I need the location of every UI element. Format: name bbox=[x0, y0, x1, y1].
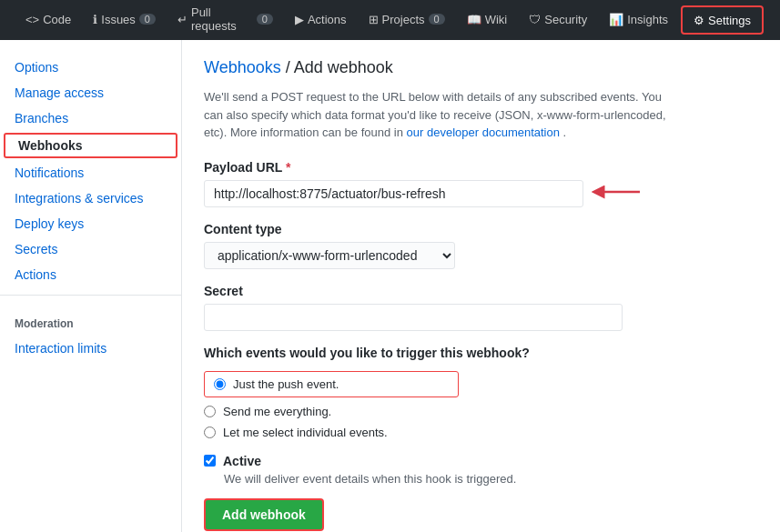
security-icon: 🛡 bbox=[529, 13, 541, 26]
pr-badge: 0 bbox=[257, 14, 273, 25]
arrow-indicator bbox=[591, 182, 641, 205]
insights-icon: 📊 bbox=[609, 13, 623, 26]
sidebar: Options Manage access Branches Webhooks … bbox=[0, 40, 182, 532]
events-heading: Which events would you like to trigger t… bbox=[204, 346, 758, 360]
required-indicator: * bbox=[286, 160, 290, 175]
projects-badge: 0 bbox=[429, 14, 445, 25]
main-container: Options Manage access Branches Webhooks … bbox=[0, 40, 780, 532]
url-input-wrapper bbox=[204, 180, 641, 207]
description: We'll send a POST request to the URL bel… bbox=[204, 88, 677, 142]
tab-pullrequests[interactable]: ↵ Pull requests 0 bbox=[167, 0, 284, 40]
tab-settings-label: Settings bbox=[708, 14, 751, 27]
tab-actions[interactable]: ▶ Actions bbox=[284, 0, 358, 40]
moderation-section-label: Moderation bbox=[0, 303, 181, 336]
active-description: We will deliver event details when this … bbox=[224, 472, 758, 486]
tab-security[interactable]: 🛡 Security bbox=[518, 0, 598, 40]
events-group: Which events would you like to trigger t… bbox=[204, 346, 758, 439]
sidebar-item-secrets[interactable]: Secrets bbox=[0, 236, 181, 262]
tab-projects[interactable]: ⊞ Projects 0 bbox=[358, 0, 456, 40]
content-type-group: Content type application/x-www-form-urle… bbox=[204, 222, 758, 269]
individual-radio[interactable] bbox=[204, 427, 216, 438]
push-event-option[interactable]: Just the push event. bbox=[204, 371, 459, 397]
tab-wiki-label: Wiki bbox=[485, 13, 508, 26]
tab-projects-label: Projects bbox=[382, 13, 425, 26]
payload-url-label: Payload URL * bbox=[204, 160, 758, 175]
sidebar-item-branches[interactable]: Branches bbox=[0, 105, 181, 131]
nav-tabs: <> Code ℹ Issues 0 ↵ Pull requests 0 ▶ A… bbox=[15, 0, 765, 40]
dev-docs-link[interactable]: our developer documentation bbox=[407, 125, 560, 139]
secret-group: Secret bbox=[204, 284, 758, 331]
tab-insights[interactable]: 📊 Insights bbox=[598, 0, 679, 40]
sidebar-item-actions[interactable]: Actions bbox=[0, 262, 181, 287]
code-icon: <> bbox=[25, 13, 39, 26]
add-webhook-button[interactable]: Add webhook bbox=[204, 498, 324, 531]
everything-option[interactable]: Send me everything. bbox=[204, 405, 758, 418]
everything-label: Send me everything. bbox=[223, 405, 331, 418]
breadcrumb-current: Add webhook bbox=[294, 58, 393, 76]
settings-icon: ⚙ bbox=[694, 14, 704, 27]
tab-issues[interactable]: ℹ Issues 0 bbox=[82, 0, 167, 40]
sidebar-item-integrations[interactable]: Integrations & services bbox=[0, 186, 181, 211]
payload-url-input[interactable] bbox=[204, 180, 583, 207]
sidebar-item-interaction-limits[interactable]: Interaction limits bbox=[0, 336, 181, 361]
main-content: Webhooks / Add webhook We'll send a POST… bbox=[182, 40, 780, 532]
push-event-label: Just the push event. bbox=[233, 377, 339, 391]
individual-label: Let me select individual events. bbox=[223, 426, 388, 439]
push-event-radio[interactable] bbox=[214, 378, 226, 390]
tab-settings[interactable]: ⚙ Settings bbox=[681, 5, 764, 35]
tab-insights-label: Insights bbox=[627, 13, 668, 26]
tab-actions-label: Actions bbox=[308, 13, 347, 26]
content-type-select[interactable]: application/x-www-form-urlencoded applic… bbox=[204, 242, 455, 269]
sidebar-item-notifications[interactable]: Notifications bbox=[0, 160, 181, 186]
actions-icon: ▶ bbox=[295, 13, 304, 26]
issues-icon: ℹ bbox=[93, 13, 97, 26]
event-radio-group: Just the push event. Send me everything.… bbox=[204, 371, 758, 439]
tab-security-label: Security bbox=[544, 13, 587, 26]
breadcrumb-separator: / bbox=[286, 58, 294, 76]
tab-pr-label: Pull requests bbox=[191, 5, 253, 33]
tab-code-label: Code bbox=[43, 13, 71, 26]
tab-code[interactable]: <> Code bbox=[15, 0, 82, 40]
sidebar-item-manage-access[interactable]: Manage access bbox=[0, 80, 181, 105]
individual-option[interactable]: Let me select individual events. bbox=[204, 426, 758, 439]
wiki-icon: 📖 bbox=[467, 13, 481, 26]
sidebar-item-deploy-keys[interactable]: Deploy keys bbox=[0, 211, 181, 236]
sidebar-divider bbox=[0, 295, 181, 296]
active-label: Active bbox=[223, 454, 261, 468]
issues-badge: 0 bbox=[139, 14, 156, 25]
active-checkbox[interactable] bbox=[204, 455, 216, 467]
content-type-label: Content type bbox=[204, 222, 758, 236]
tab-wiki[interactable]: 📖 Wiki bbox=[456, 0, 519, 40]
sidebar-item-options[interactable]: Options bbox=[0, 55, 181, 80]
sidebar-item-webhooks[interactable]: Webhooks bbox=[4, 133, 177, 158]
active-checkbox-item[interactable]: Active bbox=[204, 454, 758, 468]
tab-issues-label: Issues bbox=[101, 13, 136, 26]
pr-icon: ↵ bbox=[177, 13, 187, 26]
payload-url-group: Payload URL * bbox=[204, 160, 758, 207]
projects-icon: ⊞ bbox=[369, 13, 379, 26]
secret-label: Secret bbox=[204, 284, 758, 298]
breadcrumb-root[interactable]: Webhooks bbox=[204, 58, 281, 76]
active-group: Active We will deliver event details whe… bbox=[204, 454, 758, 486]
everything-radio[interactable] bbox=[204, 406, 216, 417]
secret-input[interactable] bbox=[204, 304, 623, 331]
top-navigation: <> Code ℹ Issues 0 ↵ Pull requests 0 ▶ A… bbox=[0, 0, 780, 40]
breadcrumb: Webhooks / Add webhook bbox=[204, 58, 758, 77]
